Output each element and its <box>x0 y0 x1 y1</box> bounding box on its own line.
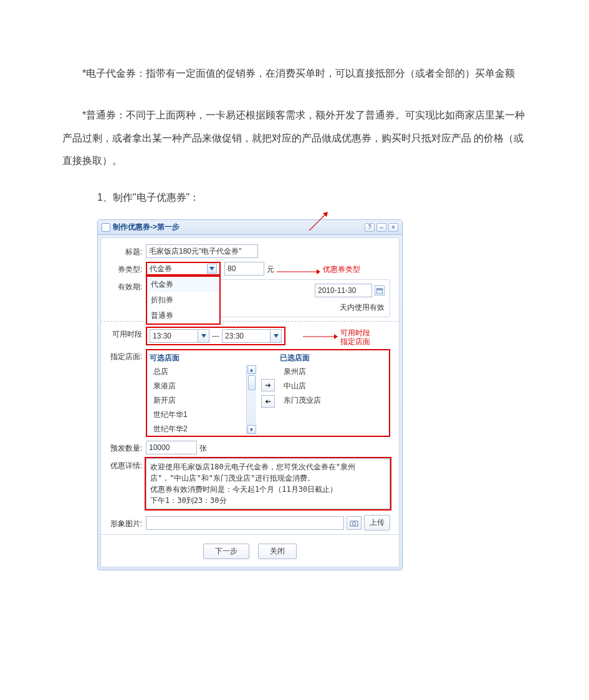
quantity-label: 预发数量: <box>110 441 146 454</box>
svg-marker-6 <box>274 334 279 338</box>
time-to-value: 23:30 <box>225 332 244 340</box>
svg-point-12 <box>353 522 356 525</box>
image-path-input[interactable] <box>146 516 344 530</box>
yuan-unit: 元 <box>267 262 274 275</box>
dialog-icon <box>102 223 110 232</box>
available-stores-list[interactable]: 总店 泉港店 新开店 世纪年华1 世纪年华2 ▲ ▼ <box>150 365 256 434</box>
move-left-button[interactable]: ➔ <box>261 395 275 408</box>
svg-marker-10 <box>323 212 328 217</box>
coupon-type-select[interactable]: 代金券 <box>146 262 221 276</box>
list-item[interactable]: 东门茂业店 <box>280 393 386 408</box>
help-button[interactable]: ? <box>365 223 375 232</box>
type-option[interactable]: 普通券 <box>147 308 219 324</box>
stores-group: 可选店面 总店 泉港店 新开店 世纪年华1 世纪年华2 ▲ <box>146 349 390 437</box>
list-item[interactable]: 世纪年华1 <box>150 408 256 422</box>
list-item[interactable]: 中山店 <box>280 379 386 393</box>
annotation-arrow-icon <box>303 333 338 340</box>
days-valid-suffix: 天内使用有效 <box>340 302 385 313</box>
next-step-button[interactable]: 下一步 <box>203 544 249 559</box>
svg-marker-0 <box>209 267 214 271</box>
move-right-button[interactable]: ➔ <box>261 379 275 391</box>
available-stores-header: 可选店面 <box>150 352 256 365</box>
time-separator: --- <box>212 332 219 340</box>
timeslot-group: 13:30 --- 23:30 <box>146 327 285 345</box>
scroll-thumb[interactable] <box>248 375 256 390</box>
chevron-down-icon <box>207 264 217 274</box>
minimize-button[interactable]: – <box>376 223 386 232</box>
upload-button[interactable]: 上传 <box>364 515 390 530</box>
quantity-input[interactable] <box>146 441 197 454</box>
dialog-title: 制作优惠券->第一步 <box>113 222 365 233</box>
selected-stores-list[interactable]: 泉州店 中山店 东门茂业店 <box>280 365 386 434</box>
create-coupon-dialog: 制作优惠券->第一步 ? – × 标题: 券类型: <box>97 219 403 570</box>
list-item[interactable]: 总店 <box>150 365 256 379</box>
coupon-type-selected: 代金券 <box>150 264 172 274</box>
time-from-value: 13:30 <box>153 332 171 340</box>
svg-rect-3 <box>376 289 383 294</box>
svg-marker-8 <box>334 334 338 339</box>
annotation-type: 优惠券类型 <box>323 264 360 275</box>
timeslot-label: 可用时段 <box>110 327 146 340</box>
detail-label: 优惠详情: <box>110 458 146 471</box>
list-item[interactable]: 泉州店 <box>280 365 386 379</box>
selected-stores-header: 已选店面 <box>280 352 386 365</box>
folder-search-icon <box>350 519 358 527</box>
chevron-down-icon <box>270 330 281 342</box>
close-button[interactable]: 关闭 <box>258 544 297 559</box>
scroll-down-icon[interactable]: ▼ <box>247 425 256 434</box>
quantity-unit: 张 <box>199 441 207 454</box>
close-window-button[interactable]: × <box>388 223 398 232</box>
end-date-input[interactable] <box>315 284 372 297</box>
stores-label: 指定店面: <box>110 349 146 362</box>
validity-label: 有效期: <box>110 279 146 292</box>
browse-button[interactable] <box>347 516 362 530</box>
type-option[interactable]: 折扣券 <box>147 292 219 308</box>
time-to-select[interactable]: 23:30 <box>222 329 282 343</box>
coupon-type-dropdown[interactable]: 代金券 折扣券 普通券 <box>146 276 221 325</box>
svg-marker-5 <box>201 334 206 338</box>
title-input[interactable] <box>146 244 258 258</box>
voucher-description: *电子代金券：指带有一定面值的促销券，在消费买单时，可以直接抵部分（或者全部的）… <box>62 62 527 85</box>
list-item[interactable]: 泉港店 <box>150 379 256 393</box>
normal-coupon-description: *普通券：不同于上面两种，一卡易还根据顾客需求，额外开发了普通券。可实现比如商家… <box>62 104 527 173</box>
amount-input[interactable] <box>224 262 264 276</box>
calendar-icon[interactable] <box>375 285 385 295</box>
svg-marker-2 <box>317 269 320 274</box>
detail-textarea[interactable] <box>146 458 390 509</box>
chevron-down-icon <box>198 330 209 342</box>
title-label: 标题: <box>110 244 146 257</box>
type-label: 券类型: <box>110 262 146 275</box>
annotation-arrow-icon <box>277 268 320 276</box>
list-item[interactable]: 世纪年华2 <box>150 422 256 434</box>
list-item[interactable]: 新开店 <box>150 393 256 408</box>
image-label: 形象图片: <box>110 516 146 529</box>
scroll-up-icon[interactable]: ▲ <box>247 365 256 374</box>
dialog-titlebar: 制作优惠券->第一步 ? – × <box>98 220 402 235</box>
scrollbar[interactable]: ▲ ▼ <box>246 365 256 434</box>
time-from-select[interactable]: 13:30 <box>150 329 209 343</box>
section-title: 1、制作"电子优惠券"： <box>97 191 527 204</box>
annotation-stores: 指定店面 <box>340 337 370 347</box>
type-option[interactable]: 代金券 <box>147 277 219 292</box>
